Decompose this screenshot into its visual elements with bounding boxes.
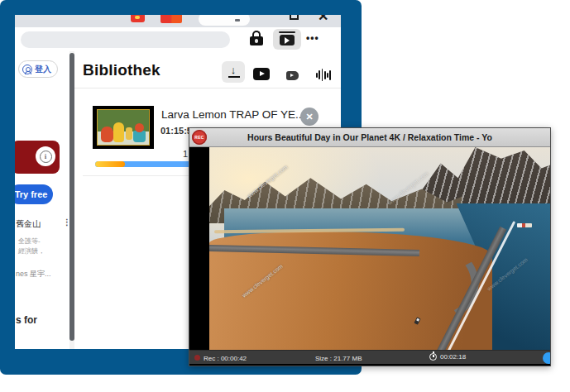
recording-viewport: www.cleverget.com www.cleverget.com www.… xyxy=(189,147,550,351)
download-item-duration: 01:15:5 xyxy=(160,126,192,136)
close-icon[interactable]: ✕ xyxy=(318,15,328,24)
waveform-icon[interactable] xyxy=(316,69,331,81)
signin-label: 登入 xyxy=(35,64,51,75)
sidebar-text: 經演饋， xyxy=(18,246,45,256)
signin-button[interactable]: 登入 xyxy=(18,60,58,78)
stage: ✕ ••• 登入 i Try free 舊金山 ⋮ 全護等- xyxy=(0,0,570,392)
url-bar[interactable] xyxy=(21,31,230,48)
recorder-action-button[interactable] xyxy=(543,352,550,364)
video-frame: www.cleverget.com www.cleverget.com www.… xyxy=(209,147,550,351)
browser-tabstrip: ✕ xyxy=(15,15,341,27)
try-free-button[interactable]: Try free xyxy=(15,184,53,204)
browser-toolbar: ••• xyxy=(15,27,341,51)
webpage-sidebar: 登入 i Try free 舊金山 ⋮ 全護等- 經演饋， nes 星宇... … xyxy=(15,51,69,349)
sidebar-text: 舊金山 xyxy=(16,218,69,230)
window-bottom-edge xyxy=(189,364,550,366)
download-item-title: Larva Lemon TRAP OF YE... xyxy=(161,108,302,121)
youtube-icon[interactable] xyxy=(253,68,270,80)
tab-favicon-icon[interactable] xyxy=(131,15,145,22)
close-icon[interactable]: ✕ xyxy=(300,108,319,126)
tab-favicon-icon[interactable] xyxy=(160,15,182,23)
extension-button[interactable] xyxy=(273,29,301,50)
small-play-icon[interactable] xyxy=(286,71,299,80)
divider xyxy=(74,88,341,88)
video-thumbnail[interactable] xyxy=(93,106,154,149)
downloads-tab-button[interactable]: ↓ xyxy=(222,61,245,83)
sidebar-text: 全護等- xyxy=(18,237,41,246)
video-library-icon xyxy=(280,35,295,45)
timer-group: 00:02:18 xyxy=(429,353,466,361)
more-menu-icon[interactable]: ••• xyxy=(306,32,319,44)
info-button[interactable]: i xyxy=(36,146,55,166)
download-item-meta: 1 xyxy=(183,149,188,159)
recorder-title: Hours Beautiful Day in Our Planet 4K / R… xyxy=(189,132,550,142)
recording-dot-icon xyxy=(194,355,200,361)
progress-downloaded xyxy=(95,161,125,167)
sidebar-text: nes 星宇... xyxy=(16,269,51,280)
panel-title: Bibliothek xyxy=(83,61,160,79)
lock-icon[interactable] xyxy=(249,31,264,46)
file-size-label: Size : 21.77 MB xyxy=(315,355,362,362)
recorder-window: REC Hours Beautiful Day in Our Planet 4K… xyxy=(189,127,551,366)
shore-buildings xyxy=(517,223,532,227)
info-icon: i xyxy=(40,151,52,163)
sidebar-text: s for xyxy=(16,314,37,326)
browser-tab[interactable] xyxy=(199,15,250,26)
stopwatch-icon xyxy=(429,353,437,361)
person-icon xyxy=(22,65,32,74)
thumbnail-image xyxy=(97,109,150,146)
countdown-label: 00:02:18 xyxy=(440,353,466,361)
pillarbox-bar xyxy=(189,147,209,351)
download-icon: ↓ xyxy=(231,64,237,76)
recording-time-label: Rec : 00:00:42 xyxy=(204,355,247,362)
recorder-statusbar: Rec : 00:00:42 Size : 21.77 MB 00:02:18 xyxy=(189,350,550,364)
maximize-icon[interactable] xyxy=(290,15,299,20)
recorder-titlebar[interactable]: REC Hours Beautiful Day in Our Planet 4K… xyxy=(189,128,550,147)
